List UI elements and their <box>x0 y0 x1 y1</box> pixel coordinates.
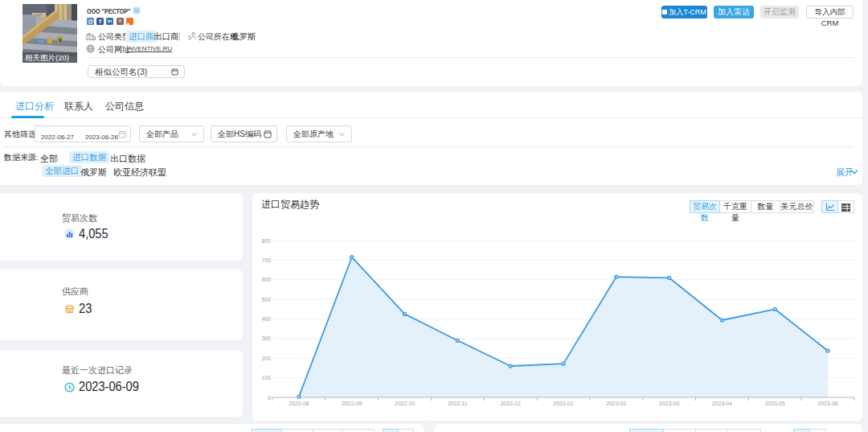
svg-text:2023-05: 2023-05 <box>765 401 785 406</box>
svg-text:500: 500 <box>262 297 272 302</box>
svg-text:2023-02: 2023-02 <box>606 401 626 406</box>
svg-text:700: 700 <box>262 257 272 263</box>
svg-text:200: 200 <box>262 356 272 361</box>
svg-text:800: 800 <box>262 238 272 244</box>
svg-text:0: 0 <box>268 395 271 401</box>
svg-text:2023-04: 2023-04 <box>712 401 732 406</box>
svg-text:2022-08: 2022-08 <box>289 401 309 406</box>
svg-text:100: 100 <box>262 375 272 381</box>
svg-text:600: 600 <box>262 277 272 282</box>
svg-text:2023-01: 2023-01 <box>554 401 574 406</box>
svg-text:2022-10: 2022-10 <box>395 401 415 406</box>
svg-text:2023-06: 2023-06 <box>818 401 838 406</box>
svg-text:400: 400 <box>262 316 272 322</box>
svg-text:2023-03: 2023-03 <box>659 401 679 406</box>
svg-text:300: 300 <box>262 335 272 341</box>
svg-text:2022-12: 2022-12 <box>501 401 521 406</box>
svg-text:2022-09: 2022-09 <box>342 401 362 406</box>
svg-text:2022-11: 2022-11 <box>448 401 468 406</box>
